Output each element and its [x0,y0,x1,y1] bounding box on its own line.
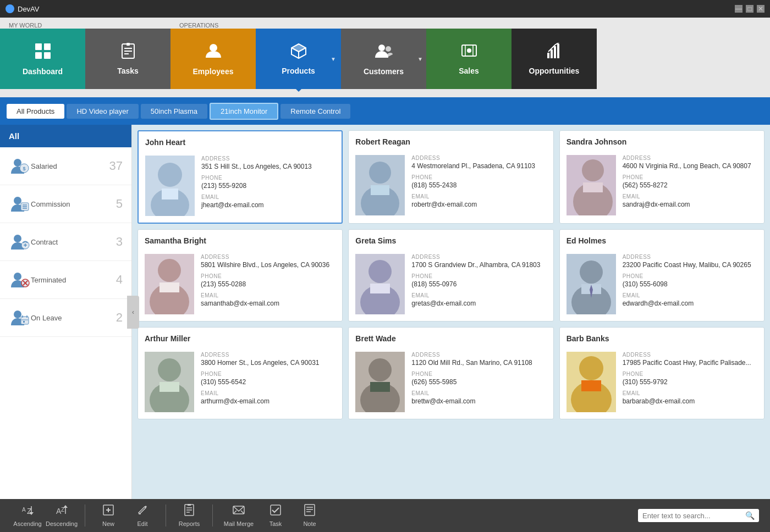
sidebar-item-terminated[interactable]: Terminated 4 [0,261,131,299]
sidebar-item-salaried[interactable]: $ Salaried 37 [0,147,131,185]
contract-count: 3 [116,235,123,249]
new-icon [102,504,114,519]
svg-point-49 [158,163,182,187]
terminated-icon [9,269,31,291]
operations-label: OPERATIONS [176,20,218,29]
tab-hd-video[interactable]: HD Video player [67,104,138,119]
nav-customers-button[interactable]: Customers ▼ [341,29,426,89]
svg-marker-25 [558,43,559,44]
employee-card-8[interactable]: Brett Wade ADDRESS 1120 Old Mill Rd., Sa… [348,327,553,419]
employee-card-3[interactable]: Sandra Johnson ADDRESS 4600 N Virginia R… [559,130,765,224]
svg-point-57 [582,159,604,181]
note-button[interactable]: Note [293,502,326,529]
svg-point-61 [158,259,181,282]
card-5-name: Greta Sims [355,236,546,248]
card-4-body: ADDRESS 5801 Wilshire Blvd., Los Angeles… [145,254,336,314]
sidebar-item-onleave[interactable]: On Leave 2 [0,299,131,337]
nav-opportunities-button[interactable]: Opportunities [512,29,597,89]
employee-card-1[interactable]: John Heart ADDRESS 351 S Hill St. [138,130,343,224]
card-2-phone-label: PHONE [411,174,546,180]
svg-rect-1 [44,43,51,50]
descending-button[interactable]: A Z Descending [45,502,78,529]
nav-tasks-button[interactable]: Tasks [85,29,170,89]
sidebar-collapse-button[interactable]: ‹ [127,296,139,329]
card-6-body: ADDRESS 23200 Pacific Coast Hwy, Malibu,… [566,254,757,314]
card-6-phone-value: (310) 555-6098 [623,280,757,288]
card-7-address-value: 3800 Homer St., Los Angeles, CA 90031 [201,359,336,367]
new-button[interactable]: New [92,502,125,529]
close-button[interactable]: ✕ [757,5,765,13]
onleave-icon [9,307,31,329]
cards-grid: John Heart ADDRESS 351 S Hill St. [138,130,765,419]
employees-icon [205,42,222,64]
minimize-button[interactable]: — [735,5,743,13]
tab-remote-control[interactable]: Remote Control [280,104,350,119]
card-4-photo [145,254,194,314]
tab-all-products[interactable]: All Products [7,104,64,119]
card-5-photo [355,254,405,314]
card-6-phone-label: PHONE [623,273,757,279]
card-1-phone-label: PHONE [201,175,335,181]
card-7-body: ADDRESS 3800 Homer St., Los Angeles, CA … [145,352,336,412]
mail-merge-button[interactable]: Mail Merge [219,502,258,529]
search-input[interactable] [642,512,745,520]
card-3-phone-value: (562) 555-8272 [623,181,757,189]
card-9-photo [566,352,616,412]
card-2-address-value: 4 Westmoreland Pl., Pasadena, CA 91103 [411,162,546,170]
employee-card-7[interactable]: Arthur Miller ADDRESS 3800 Homer St., Lo… [138,327,343,419]
opportunities-label: Opportunities [529,66,580,75]
task-button[interactable]: Task [259,502,292,529]
card-5-email-label: EMAIL [411,292,546,298]
svg-rect-105 [271,505,280,515]
nav-sales-button[interactable]: Sales [426,29,512,89]
employee-card-2[interactable]: Robert Reagan ADDRESS 4 Westmoreland Pl.… [348,130,553,224]
svg-point-9 [210,44,217,52]
nav-dashboard-button[interactable]: Dashboard [0,29,85,89]
descending-icon: A Z [56,504,68,519]
ascending-button[interactable]: A Z Ascending [11,502,44,529]
crud-group: New Edit [92,502,159,529]
card-6-address-value: 23200 Pacific Coast Hwy, Malibu, CA 9026… [623,261,757,269]
ascending-label: Ascending [13,520,41,527]
employee-card-6[interactable]: Ed Holmes ADDRESS [559,229,765,322]
task-label: Task [270,520,282,527]
nav-products-button[interactable]: Products ▼ [256,29,341,89]
card-8-photo [355,352,405,412]
card-4-email-value: samanthab@dx-email.com [201,300,336,307]
new-label: New [102,520,114,527]
employee-card-5[interactable]: Greta Sims ADDRESS 1700 S Grandview Dr.,… [348,229,553,322]
svg-marker-11 [292,44,306,52]
tab-21inch-monitor[interactable]: 21inch Monitor [210,103,278,120]
terminated-count: 4 [116,273,123,287]
svg-rect-21 [547,53,549,58]
card-1-email-label: EMAIL [201,194,335,200]
svg-rect-23 [554,46,556,58]
card-8-phone-value: (626) 555-5985 [411,378,546,386]
reports-button[interactable]: Reports [173,502,206,529]
onleave-count: 2 [116,311,123,325]
sidebar-all-item[interactable]: All [0,125,131,147]
card-4-email-label: EMAIL [201,292,336,298]
employee-card-4[interactable]: Samantha Bright ADDRESS 5801 Wilshire Bl… [138,229,343,322]
sidebar-item-commission[interactable]: Commission 5 [0,185,131,223]
note-label: Note [303,520,316,527]
my-world-label: MY WORLD [6,20,176,29]
commission-count: 5 [116,197,123,211]
card-9-name: Barb Banks [566,334,757,346]
svg-rect-0 [35,43,42,50]
search-box[interactable]: 🔍 [638,509,759,522]
card-7-phone-value: (310) 555-6542 [201,378,336,386]
descending-label: Descending [46,520,78,527]
products-icon [290,43,307,63]
edit-button[interactable]: Edit [126,502,159,529]
nav-employees-button[interactable]: Employees [170,29,256,89]
maximize-button[interactable]: □ [746,5,754,13]
card-3-email-label: EMAIL [623,193,757,199]
note-icon [304,504,316,519]
sidebar-item-contract[interactable]: Contract 3 [0,223,131,261]
employee-card-9[interactable]: Barb Banks ADDRESS 17985 Pacific Coast H… [559,327,765,419]
tab-50inch-plasma[interactable]: 50inch Plasma [141,104,207,119]
reports-icon [183,504,195,519]
card-7-photo [145,352,194,412]
tasks-label: Tasks [117,66,139,75]
